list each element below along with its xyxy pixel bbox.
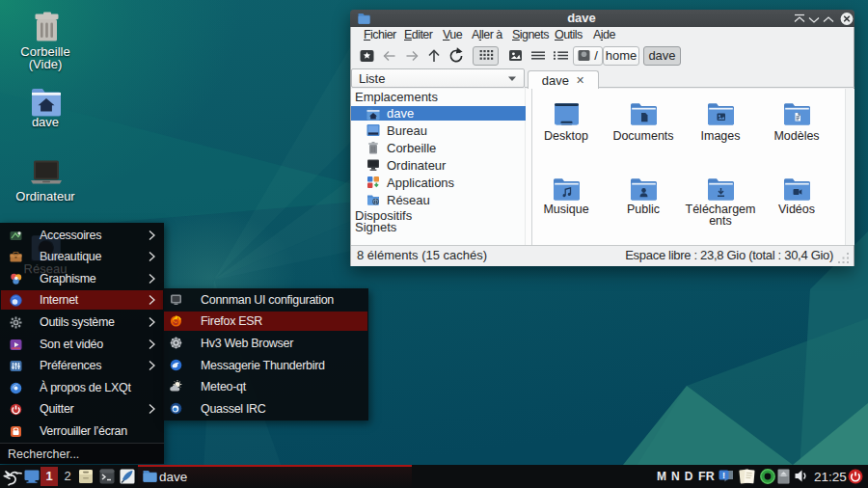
svg-text:!: ! bbox=[722, 471, 725, 480]
